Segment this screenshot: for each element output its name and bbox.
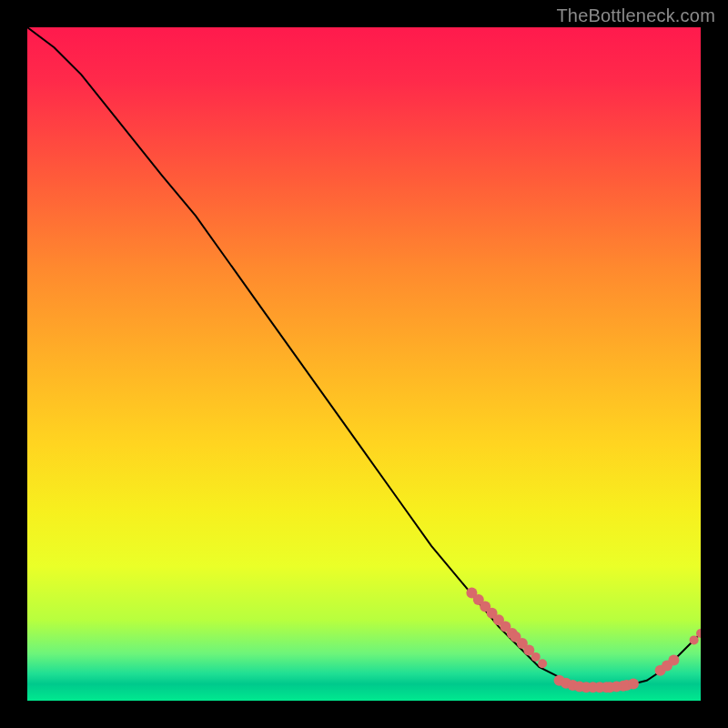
marker-dot: [531, 652, 541, 662]
marker-dot: [690, 635, 699, 644]
curve-line: [27, 27, 701, 687]
markers-group: [466, 588, 701, 693]
marker-dot: [538, 659, 547, 668]
chart-svg: [27, 27, 701, 701]
watermark-text: TheBottleneck.com: [556, 5, 715, 26]
marker-dot: [628, 679, 639, 690]
plot-area: [27, 27, 701, 701]
marker-dot: [668, 655, 679, 666]
chart-frame: TheBottleneck.com: [0, 0, 728, 728]
